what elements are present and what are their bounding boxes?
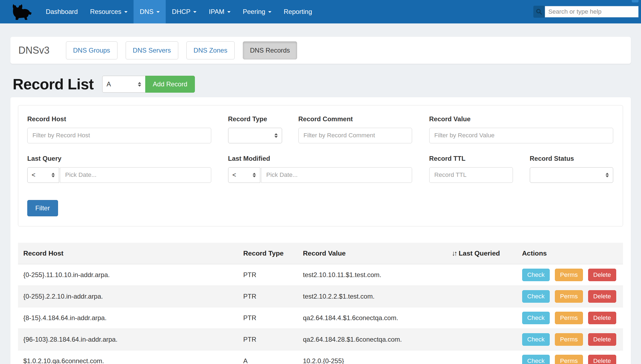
- delete-button[interactable]: Delete: [588, 355, 616, 364]
- record-comment-label: Record Comment: [298, 115, 412, 123]
- record-host-filter-input[interactable]: [27, 128, 211, 143]
- table-row: $1.0.2.10.qa.6connect.com. A 10.2.0.{0-2…: [18, 350, 623, 364]
- record-host-label: Record Host: [27, 115, 211, 123]
- nav-item-dhcp[interactable]: DHCP: [166, 0, 203, 23]
- cell-record-host: {0-255}.2.2.10.in-addr.arpa.: [18, 286, 238, 307]
- perms-button[interactable]: Perms: [555, 269, 583, 281]
- corner-menu-button[interactable]: [632, 0, 639, 2]
- nav-label: Resources: [90, 8, 121, 16]
- last-modified-operator-value: <: [232, 171, 236, 179]
- last-query-operator-select[interactable]: <: [27, 167, 59, 183]
- last-query-controls: <: [27, 167, 211, 183]
- table-row: {8-15}.4.184.64.in-addr.arpa. PTR qa2.64…: [18, 307, 623, 329]
- check-button[interactable]: Check: [522, 333, 550, 346]
- record-type-add-select[interactable]: A: [102, 76, 146, 93]
- perms-button[interactable]: Perms: [555, 333, 583, 346]
- record-type-filter-select[interactable]: [228, 128, 282, 143]
- caret-down-icon: [124, 11, 128, 13]
- filter-row-1: Record Host Record Type Record Comment R…: [27, 115, 614, 143]
- nav-label: Peering: [243, 8, 265, 16]
- cell-actions: Check Perms Delete: [517, 264, 623, 286]
- record-value-label: Record Value: [429, 115, 613, 123]
- moose-logo-icon[interactable]: [10, 3, 32, 20]
- check-button[interactable]: Check: [522, 355, 550, 364]
- nav-item-reporting[interactable]: Reporting: [277, 0, 318, 23]
- header-record-type: Record Type: [238, 243, 298, 264]
- cell-record-host: {96-103}.28.184.64.in-addr.arpa.: [18, 329, 238, 350]
- cell-record-type: PTR: [238, 329, 298, 350]
- filter-record-value-group: Record Value: [429, 115, 613, 143]
- perms-button[interactable]: Perms: [555, 290, 583, 303]
- main-nav: Dashboard Resources DNS DHCP IPAM Peerin…: [40, 0, 318, 23]
- table-row: {96-103}.28.184.64.in-addr.arpa. PTR qa2…: [18, 329, 623, 350]
- check-button[interactable]: Check: [522, 290, 550, 303]
- nav-label: Dashboard: [46, 8, 78, 16]
- search-input[interactable]: [545, 6, 639, 18]
- dns-records-button[interactable]: DNS Records: [243, 41, 297, 59]
- cell-record-value: qa2.64.184.4.$1.6conectqa.com.: [298, 307, 446, 329]
- last-query-label: Last Query: [27, 155, 211, 162]
- select-arrows-icon: [249, 173, 256, 177]
- perms-button[interactable]: Perms: [555, 312, 583, 324]
- record-status-filter-select[interactable]: [530, 167, 613, 183]
- header-record-value: Record Value: [298, 243, 446, 264]
- last-query-date-input[interactable]: [60, 167, 211, 183]
- add-record-button[interactable]: Add Record: [145, 76, 195, 93]
- last-modified-operator-select[interactable]: <: [228, 167, 261, 183]
- nav-item-dns[interactable]: DNS: [134, 0, 166, 23]
- check-button[interactable]: Check: [522, 312, 550, 324]
- record-value-filter-input[interactable]: [429, 128, 613, 143]
- record-comment-filter-input[interactable]: [298, 128, 412, 143]
- dns-groups-button[interactable]: DNS Groups: [66, 41, 117, 59]
- filter-card: Record Host Record Type Record Comment R…: [18, 105, 623, 226]
- check-button[interactable]: Check: [522, 269, 550, 281]
- table-row: {0-255}.2.2.10.in-addr.arpa. PTR test2.1…: [18, 286, 623, 307]
- header-last-queried-label: Last Queried: [459, 250, 500, 257]
- last-query-operator-value: <: [32, 171, 35, 179]
- sort-icon[interactable]: ↓↑: [452, 249, 456, 257]
- delete-button[interactable]: Delete: [588, 312, 616, 324]
- cell-record-value: test2.10.2.2.$1.test.com.: [298, 286, 446, 307]
- cell-actions: Check Perms Delete: [517, 286, 623, 307]
- filter-row-2: Last Query < Last Modified <: [27, 155, 614, 183]
- filter-record-ttl-group: Record TTL: [429, 155, 513, 183]
- cell-actions: Check Perms Delete: [517, 350, 623, 364]
- nav-item-dashboard[interactable]: Dashboard: [40, 0, 84, 23]
- caret-down-icon: [193, 11, 196, 13]
- nav-item-resources[interactable]: Resources: [84, 0, 134, 23]
- header-actions: Actions: [517, 243, 623, 264]
- dns-servers-button[interactable]: DNS Servers: [126, 41, 178, 59]
- dns-zones-button[interactable]: DNS Zones: [186, 41, 235, 59]
- select-arrows-icon: [270, 133, 278, 138]
- record-status-label: Record Status: [530, 155, 613, 162]
- subnav-title: DNSv3: [19, 45, 50, 56]
- nav-label: Reporting: [284, 8, 312, 16]
- cell-record-type: PTR: [238, 286, 298, 307]
- cell-record-type: PTR: [238, 307, 298, 329]
- search-glass-svg: [536, 8, 542, 15]
- selected-record-type: A: [107, 80, 111, 88]
- cell-last-queried: [446, 286, 517, 307]
- caret-down-icon: [227, 11, 231, 13]
- table-header-row: Record Host Record Type Record Value ↓↑L…: [18, 243, 623, 264]
- filter-record-type-group: Record Type: [228, 115, 282, 143]
- search-icon[interactable]: [533, 6, 545, 18]
- top-navbar: Dashboard Resources DNS DHCP IPAM Peerin…: [0, 0, 641, 23]
- record-list-header: Record List A Add Record: [13, 74, 628, 94]
- cell-actions: Check Perms Delete: [517, 329, 623, 350]
- record-ttl-filter-input[interactable]: [429, 167, 513, 183]
- delete-button[interactable]: Delete: [588, 269, 616, 281]
- navbar-search: [533, 6, 639, 18]
- delete-button[interactable]: Delete: [588, 333, 616, 346]
- page-title: Record List: [13, 75, 94, 93]
- delete-button[interactable]: Delete: [588, 290, 616, 303]
- perms-button[interactable]: Perms: [555, 355, 583, 364]
- page: Dashboard Resources DNS DHCP IPAM Peerin…: [0, 0, 641, 364]
- filter-submit-button[interactable]: Filter: [27, 200, 58, 216]
- filter-last-modified-group: Last Modified <: [228, 155, 412, 183]
- last-modified-date-input[interactable]: [261, 167, 412, 183]
- nav-item-ipam[interactable]: IPAM: [203, 0, 237, 23]
- records-table-body: {0-255}.11.10.10.in-addr.arpa. PTR test2…: [18, 264, 623, 364]
- header-last-queried[interactable]: ↓↑Last Queried: [446, 243, 517, 264]
- nav-item-peering[interactable]: Peering: [237, 0, 277, 23]
